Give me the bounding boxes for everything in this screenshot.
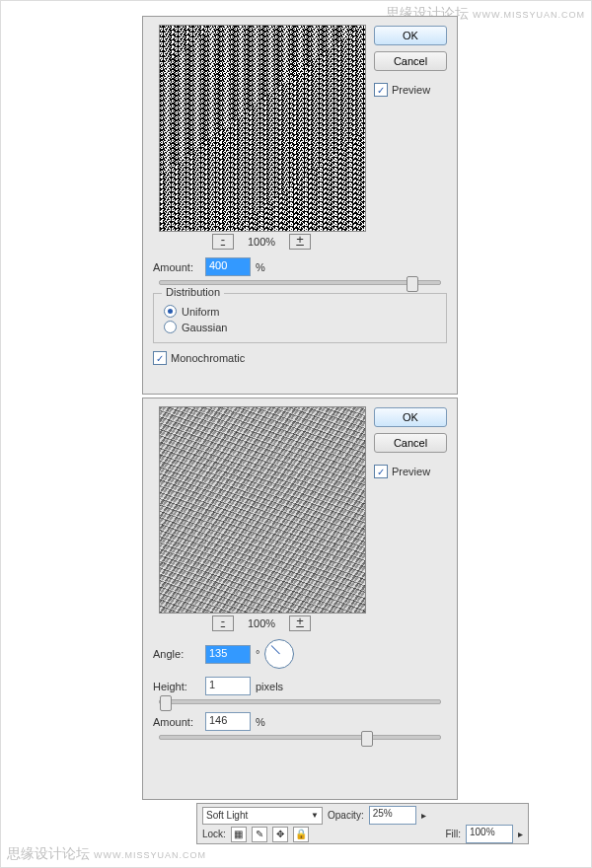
fill-input[interactable]: 100%	[466, 825, 513, 843]
cancel-button[interactable]: Cancel	[374, 51, 447, 71]
height-label: Height:	[153, 681, 200, 692]
preview-checkbox[interactable]: ✓	[374, 83, 388, 97]
height-unit: pixels	[256, 681, 283, 692]
amount-label: Amount:	[153, 261, 200, 273]
amount-slider[interactable]	[159, 735, 441, 740]
watermark-en: WWW.MISSYUAN.COM	[473, 10, 585, 20]
opacity-label: Opacity:	[328, 810, 364, 821]
add-noise-dialog: - 100% + Amount: 400 % Distribution Unif…	[142, 16, 458, 395]
ok-button[interactable]: OK	[374, 407, 447, 427]
watermark-en-bottom: WWW.MISSYUAN.COM	[94, 850, 206, 860]
gaussian-radio[interactable]	[164, 321, 177, 333]
watermark-cn-bottom: 思缘设计论坛	[7, 845, 90, 861]
layers-panel: Soft Light ▼ Opacity: 25% ▸ Lock: ▦ ✎ ✥ …	[196, 803, 529, 844]
monochromatic-checkbox[interactable]: ✓	[153, 351, 167, 365]
chevron-down-icon: ▼	[311, 811, 319, 820]
fill-stepper-icon[interactable]: ▸	[518, 829, 523, 839]
opacity-input[interactable]: 25%	[369, 806, 416, 825]
zoom-level: 100%	[248, 617, 275, 629]
zoom-out-button[interactable]: -	[212, 615, 234, 631]
blend-mode-select[interactable]: Soft Light ▼	[202, 807, 323, 825]
distribution-legend: Distribution	[162, 286, 224, 298]
amount-unit: %	[256, 716, 265, 728]
amount-unit: %	[256, 261, 265, 273]
amount-slider[interactable]	[159, 280, 441, 285]
zoom-in-button[interactable]: +	[289, 615, 311, 631]
zoom-level: 100%	[248, 236, 275, 248]
preview-label: Preview	[392, 84, 430, 96]
height-input[interactable]: 1	[205, 677, 251, 695]
emboss-dialog: - 100% + Angle: 135 ° Height: 1 pixels A…	[142, 398, 458, 800]
angle-label: Angle:	[153, 648, 200, 660]
cancel-button[interactable]: Cancel	[374, 433, 447, 453]
zoom-in-button[interactable]: +	[289, 234, 311, 250]
emboss-preview	[159, 406, 366, 614]
ok-button[interactable]: OK	[374, 26, 447, 45]
preview-label: Preview	[392, 466, 430, 477]
amount-input[interactable]: 146	[205, 712, 251, 731]
preview-checkbox[interactable]: ✓	[374, 465, 388, 478]
monochromatic-label: Monochromatic	[171, 352, 245, 364]
distribution-group: Distribution Uniform Gaussian	[153, 293, 447, 343]
lock-all-icon[interactable]: 🔒	[293, 827, 309, 842]
angle-input[interactable]: 135	[205, 645, 251, 664]
amount-input[interactable]: 400	[205, 257, 251, 276]
height-slider[interactable]	[159, 699, 441, 704]
lock-brush-icon[interactable]: ✎	[252, 827, 267, 842]
angle-dial[interactable]	[264, 639, 294, 669]
amount-label: Amount:	[153, 716, 200, 728]
gaussian-label: Gaussian	[182, 322, 227, 333]
uniform-label: Uniform	[182, 306, 220, 318]
lock-move-icon[interactable]: ✥	[272, 827, 288, 842]
zoom-out-button[interactable]: -	[212, 234, 234, 250]
lock-label: Lock:	[202, 829, 226, 839]
opacity-stepper-icon[interactable]: ▸	[421, 810, 426, 821]
uniform-radio[interactable]	[164, 305, 177, 318]
lock-transparent-icon[interactable]: ▦	[231, 827, 247, 842]
angle-unit: °	[256, 648, 259, 660]
blend-mode-value: Soft Light	[206, 810, 248, 821]
fill-label: Fill:	[445, 829, 461, 839]
noise-preview	[159, 25, 366, 232]
